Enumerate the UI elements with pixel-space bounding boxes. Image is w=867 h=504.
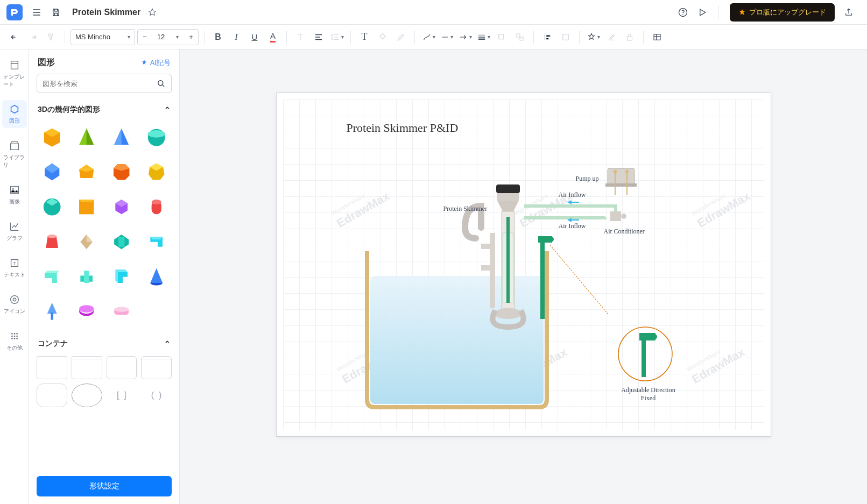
font-size-increase[interactable]: + — [184, 30, 198, 45]
lock-button[interactable] — [622, 29, 638, 45]
underline-button[interactable]: U — [246, 29, 263, 45]
document-title[interactable]: Protein Skimmer — [72, 8, 140, 17]
font-family-select[interactable]: MS Mincho ▾ — [71, 29, 135, 45]
nav-image[interactable]: 画像 — [2, 181, 27, 209]
detail-circle[interactable] — [616, 324, 675, 384]
container-6[interactable] — [72, 384, 102, 407]
undo-button[interactable] — [6, 29, 23, 45]
save-icon[interactable] — [48, 5, 64, 20]
star-icon[interactable] — [145, 5, 160, 20]
label-protein-skimmer[interactable]: Protein Skimmer — [443, 205, 488, 213]
hamburger-icon[interactable] — [29, 5, 44, 20]
shape-3d-9[interactable] — [37, 192, 67, 223]
search-icon[interactable] — [156, 79, 166, 88]
label-pump-up[interactable]: Pump up — [576, 175, 599, 183]
search-input[interactable] — [43, 80, 156, 88]
font-size-decrease[interactable]: − — [138, 30, 152, 45]
edit-button[interactable] — [603, 29, 619, 45]
shape-3d-15[interactable] — [107, 226, 137, 257]
shape-3d-18[interactable] — [72, 261, 102, 292]
nav-text[interactable]: T テキスト — [2, 254, 27, 282]
text-style-button[interactable] — [292, 29, 308, 45]
container-4[interactable] — [141, 356, 172, 380]
svg-marker-54 — [118, 237, 124, 247]
shape-3d-17[interactable] — [37, 261, 67, 292]
shape-3d-11[interactable] — [107, 192, 137, 223]
shape-3d-7[interactable] — [107, 157, 137, 188]
bold-button[interactable]: B — [210, 29, 226, 45]
pipes[interactable] — [519, 195, 637, 319]
label-air-inflow-1[interactable]: Air Inflow — [559, 191, 586, 199]
format-painter-button[interactable] — [43, 29, 59, 45]
shadow-button[interactable] — [494, 29, 510, 45]
shape-3d-23[interactable] — [107, 296, 137, 327]
shape-3d-19[interactable] — [107, 261, 137, 292]
shape-3d-16[interactable] — [141, 226, 172, 257]
canvas-area[interactable]: WondershareEdrawMax WondershareEdrawMax … — [180, 49, 867, 504]
font-color-button[interactable]: A — [265, 29, 281, 45]
redo-button[interactable] — [25, 29, 41, 45]
fill-button[interactable] — [375, 29, 391, 45]
category-3d-header[interactable]: 3Dの幾何学的図形 ⌃ — [37, 100, 172, 120]
play-icon[interactable] — [695, 5, 710, 20]
help-icon[interactable] — [675, 5, 690, 20]
ai-symbols-link[interactable]: AI記号 — [140, 58, 171, 68]
shape-settings-button[interactable]: 形状設定 — [37, 476, 172, 496]
label-fixed[interactable]: Fixed — [619, 394, 678, 402]
diagram-page[interactable]: WondershareEdrawMax WondershareEdrawMax … — [276, 93, 771, 437]
line-style-button[interactable]: ▾ — [439, 29, 455, 45]
line-spacing-button[interactable]: ▾ — [329, 29, 345, 45]
shape-3d-20[interactable] — [141, 261, 172, 292]
font-size-dropdown[interactable]: ▾ — [170, 30, 184, 45]
font-size-input[interactable] — [152, 33, 170, 41]
shape-3d-6[interactable] — [72, 157, 102, 188]
nav-graph[interactable]: グラフ — [2, 217, 27, 245]
share-icon[interactable] — [841, 5, 856, 20]
app-logo[interactable] — [6, 4, 23, 20]
shape-3d-4[interactable] — [141, 122, 172, 153]
effects-button[interactable]: ▾ — [585, 29, 601, 45]
container-5[interactable] — [37, 384, 67, 407]
pen-button[interactable] — [393, 29, 409, 45]
text-tool-button[interactable]: T — [356, 29, 372, 45]
shape-3d-2[interactable] — [72, 122, 102, 153]
line-weight-button[interactable]: ▾ — [475, 29, 491, 45]
container-3[interactable] — [107, 356, 137, 380]
shape-3d-1[interactable] — [37, 122, 67, 153]
shape-3d-8[interactable] — [141, 157, 172, 188]
container-2[interactable] — [72, 356, 102, 380]
align-left-button[interactable] — [539, 29, 555, 45]
nav-library[interactable]: ライブラリ — [2, 137, 27, 172]
shape-3d-12[interactable] — [141, 192, 172, 223]
container-7[interactable]: [ ] — [107, 384, 137, 407]
nav-shapes[interactable]: 図形 — [2, 100, 27, 128]
group-button[interactable] — [512, 29, 528, 45]
label-adjustable-direction[interactable]: Adjustable Direction — [619, 386, 678, 394]
label-air-inflow-2[interactable]: Air Inflow — [559, 222, 586, 230]
shape-3d-14[interactable] — [72, 226, 102, 257]
air-conditioner-device[interactable] — [602, 163, 640, 201]
font-family-value: MS Mincho — [75, 33, 110, 41]
nav-icon[interactable]: アイコン — [2, 290, 27, 318]
table-button[interactable] — [649, 29, 665, 45]
align-button[interactable] — [311, 29, 327, 45]
nav-other[interactable]: その他 — [2, 327, 27, 355]
shape-3d-22[interactable] — [72, 296, 102, 327]
container-8[interactable]: ( ) — [141, 384, 172, 407]
nav-template[interactable]: テンプレート — [2, 56, 27, 91]
upgrade-button[interactable]: プロ版にアップグレード — [730, 3, 835, 22]
distribute-button[interactable] — [558, 29, 574, 45]
category-container-header[interactable]: コンテナ ⌃ — [37, 333, 172, 354]
shape-3d-13[interactable] — [37, 226, 67, 257]
connector-button[interactable]: ▾ — [420, 29, 436, 45]
label-air-conditioner[interactable]: Air Conditioner — [604, 228, 645, 236]
shape-3d-3[interactable] — [107, 122, 137, 153]
shape-3d-10[interactable] — [72, 192, 102, 223]
container-1[interactable] — [37, 356, 67, 380]
italic-button[interactable]: I — [228, 29, 244, 45]
shape-3d-21[interactable] — [37, 296, 67, 327]
arrow-style-button[interactable]: ▾ — [457, 29, 473, 45]
diagram-title[interactable]: Protein Skimmer P&ID — [347, 121, 459, 135]
svg-marker-70 — [497, 201, 519, 211]
shape-3d-5[interactable] — [37, 157, 67, 188]
